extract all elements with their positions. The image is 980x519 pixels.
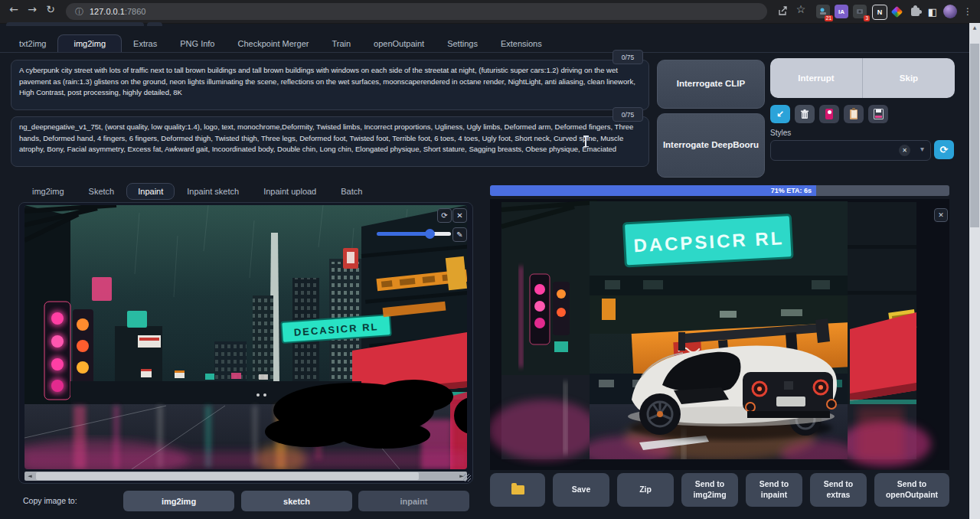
subtab-inpaint[interactable]: Inpaint <box>126 183 175 200</box>
zip-button[interactable]: Zip <box>617 473 674 507</box>
save-style-button[interactable] <box>868 105 888 123</box>
generation-progress-bar: 71% ETA: 6s <box>490 185 949 196</box>
browser-toolbar: ← → ↻ ⓘ 127.0.0.1:7860 ☆ 21 IA 3 N ◧ ⋮ <box>0 0 980 24</box>
progress-fill: 71% ETA: 6s <box>490 185 816 196</box>
address-bar[interactable]: ⓘ 127.0.0.1:7860 <box>66 3 767 20</box>
extension-badge: 21 <box>825 15 833 22</box>
prompt-input[interactable]: A cyberpunk city street with lots of tra… <box>11 60 649 110</box>
extension-icon-2[interactable]: 3 <box>853 5 867 18</box>
brush-pen-icon[interactable]: ✎ <box>452 227 467 242</box>
browser-menu-icon[interactable]: ⋮ <box>960 6 975 17</box>
inpaint-source-image: DECASICR RL <box>24 205 467 469</box>
browser-reload-icon[interactable]: ↻ <box>43 3 58 15</box>
prompt-token-counter: 0/75 <box>612 50 643 64</box>
paste-generation-params-button[interactable]: ↙ <box>770 105 790 123</box>
interrogate-deepbooru-button[interactable]: Interrogate DeepBooru <box>657 113 765 178</box>
copy-to-img2img-button[interactable]: img2img <box>123 491 234 511</box>
site-info-icon[interactable]: ⓘ <box>75 6 83 18</box>
tab-extras[interactable]: Extras <box>122 35 168 52</box>
browser-forward-icon[interactable]: → <box>24 3 40 15</box>
refresh-styles-button[interactable]: ⟳ <box>934 140 954 159</box>
page-scrollbar-thumb[interactable] <box>970 44 979 227</box>
profile-avatar[interactable] <box>943 5 957 18</box>
main-tab-bar: txt2img img2img Extras PNG Info Checkpoi… <box>8 34 554 52</box>
tab-train[interactable]: Train <box>320 35 362 52</box>
negative-prompt-input[interactable]: ng_deepnegative_v1_75t, (worst quality, … <box>11 116 649 167</box>
inpaint-canvas-container: DECASICR RL <box>18 202 473 484</box>
close-preview-icon[interactable]: ✕ <box>934 208 948 222</box>
canvas-horizontal-scrollbar[interactable]: ◄ ► <box>24 472 467 481</box>
trash-icon <box>800 109 809 119</box>
send-to-openoutpaint-button[interactable]: Send to openOutpaint <box>874 473 949 507</box>
share-icon[interactable] <box>775 5 790 18</box>
live-preview-image: DACPSICR RL <box>490 199 949 470</box>
floppy-icon <box>874 109 884 119</box>
copy-image-to-label: Copy image to: <box>23 496 77 505</box>
send-to-extras-button[interactable]: Send to extras <box>810 473 867 507</box>
brush-size-slider[interactable] <box>377 232 451 236</box>
scroll-up-icon[interactable]: ▲ <box>969 24 980 30</box>
subtab-img2img[interactable]: img2img <box>20 184 77 199</box>
interrogate-clip-button[interactable]: Interrogate CLIP <box>657 60 765 109</box>
chevron-down-icon[interactable]: ▾ <box>920 145 924 153</box>
tab-png-info[interactable]: PNG Info <box>168 35 226 52</box>
scroll-left-icon[interactable]: ◄ <box>24 472 35 481</box>
send-to-inpaint-button[interactable]: Send to inpaint <box>746 473 802 507</box>
bookmark-star-icon[interactable]: ☆ <box>793 3 808 15</box>
live-preview-panel: DACPSICR RL <box>490 199 949 470</box>
extensions-puzzle-icon[interactable] <box>908 5 922 18</box>
app-window: ← → ↻ ⓘ 127.0.0.1:7860 ☆ 21 IA 3 N ◧ ⋮ t… <box>0 0 980 519</box>
extension-icon-1[interactable]: 21 <box>816 5 830 18</box>
send-to-img2img-button[interactable]: Send to img2img <box>681 473 738 507</box>
progress-label: 71% ETA: 6s <box>771 185 812 196</box>
cutoff-quicksettings <box>147 22 162 26</box>
save-button[interactable]: Save <box>553 473 609 507</box>
folder-icon <box>511 485 524 495</box>
subtab-inpaint-sketch[interactable]: Inpaint sketch <box>175 184 251 199</box>
scrollbar-thumb[interactable] <box>36 472 419 480</box>
clipboard-icon <box>850 109 858 119</box>
tab-extensions[interactable]: Extensions <box>489 35 554 52</box>
card-icon <box>825 109 833 119</box>
undo-brush-icon[interactable]: ⟳ <box>437 208 452 223</box>
copy-to-sketch-button[interactable]: sketch <box>241 491 352 511</box>
canvas-resize-handle[interactable] <box>463 474 471 481</box>
styles-dropdown[interactable]: ✕ ▾ <box>770 140 931 161</box>
url-host: 127.0.0.1 <box>90 7 125 16</box>
brush-size-knob[interactable] <box>425 229 435 239</box>
open-folder-button[interactable] <box>490 473 545 507</box>
clear-image-icon[interactable]: ✕ <box>452 208 467 223</box>
copy-to-inpaint-button[interactable]: inpaint <box>358 491 469 511</box>
clear-selection-icon[interactable]: ✕ <box>899 145 910 156</box>
browser-back-icon[interactable]: ← <box>6 3 21 15</box>
extension-badge: 3 <box>864 15 870 22</box>
inpaint-canvas[interactable]: DECASICR RL <box>24 205 467 469</box>
subtab-sketch[interactable]: Sketch <box>77 184 127 199</box>
img2img-mode-tabs: img2img Sketch Inpaint Inpaint sketch In… <box>20 182 374 201</box>
tab-img2img[interactable]: img2img <box>57 34 122 52</box>
extra-networks-button[interactable] <box>819 105 839 123</box>
cutoff-quicksettings <box>6 22 144 26</box>
url-port: :7860 <box>125 7 146 16</box>
sidepanel-icon[interactable]: ◧ <box>926 5 939 18</box>
clear-prompt-button[interactable] <box>795 105 815 123</box>
paste-arrow-icon: ↙ <box>776 109 784 119</box>
apply-styles-button[interactable] <box>844 105 864 123</box>
interrupt-button[interactable]: Interrupt <box>770 58 863 98</box>
extension-icon-ia[interactable]: IA <box>835 5 848 18</box>
skip-button[interactable]: Skip <box>863 58 955 98</box>
tab-settings[interactable]: Settings <box>436 35 489 52</box>
subtab-inpaint-upload[interactable]: Inpaint upload <box>251 184 328 199</box>
negative-prompt-token-counter: 0/75 <box>612 107 643 122</box>
text-cursor <box>585 135 586 147</box>
tab-openoutpaint[interactable]: openOutpaint <box>362 35 436 52</box>
styles-label: Styles <box>770 129 791 137</box>
tab-divider <box>0 52 969 53</box>
extension-icon-notion[interactable]: N <box>872 5 887 20</box>
page-scrollbar[interactable]: ▲ <box>969 23 980 519</box>
subtab-batch[interactable]: Batch <box>328 184 374 199</box>
extension-icon-diamond[interactable] <box>890 5 903 18</box>
tab-txt2img[interactable]: txt2img <box>8 35 57 52</box>
tab-checkpoint-merger[interactable]: Checkpoint Merger <box>226 35 320 52</box>
